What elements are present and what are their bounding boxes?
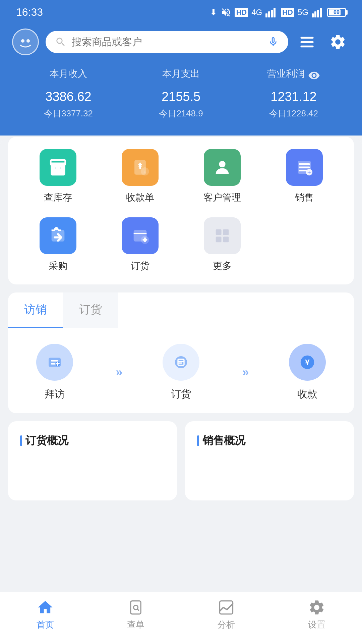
action-inventory[interactable]: 查库存 [20, 149, 96, 204]
settings-header-button[interactable] [326, 30, 350, 54]
chat-icon [17, 34, 34, 50]
home-icon [37, 599, 54, 616]
svg-rect-26 [223, 229, 229, 235]
svg-rect-37 [220, 601, 233, 614]
svg-rect-4 [312, 13, 314, 17]
fangxiao-tabs: 访销 订货 [8, 292, 354, 328]
svg-rect-6 [317, 10, 319, 17]
sales-icon: + [295, 158, 314, 177]
stats-section: 本月收入 3386.62 今日3377.32 本月支出 2155.5 今日214… [0, 67, 362, 136]
svg-rect-35 [131, 601, 141, 614]
sales-overview-content [197, 448, 342, 488]
search-bar[interactable] [46, 31, 288, 53]
main-content: 查库存 ¥ + 收款单 [0, 137, 362, 554]
svg-rect-3 [274, 8, 276, 17]
hd2-icon: HD [281, 8, 294, 17]
4g-icon: 4G [251, 8, 262, 17]
svg-rect-27 [216, 236, 221, 242]
customer-icon [213, 158, 232, 177]
payment-icon-circle: ¥ [289, 344, 326, 381]
order-overview-content [20, 448, 165, 488]
time-display: 16:33 [16, 6, 43, 18]
header-actions [295, 30, 350, 54]
order-icon-bg [122, 217, 159, 254]
quick-actions-grid: 查库存 ¥ + 收款单 [20, 149, 342, 272]
flow-visit[interactable]: 拜访 [36, 344, 73, 401]
order-overview-title: 订货概况 [20, 433, 165, 448]
svg-rect-1 [268, 11, 270, 17]
tab-fangxiao[interactable]: 访销 [8, 292, 63, 328]
action-sales[interactable]: + 销售 [266, 149, 342, 204]
action-receipt[interactable]: ¥ + 收款单 [102, 149, 178, 204]
status-icons: ⬇ HD 4G HD 5G 69 [210, 7, 346, 18]
settings-icon [308, 599, 325, 616]
profit-stat: 营业利润 1231.12 今日1228.42 [237, 67, 350, 119]
flow-order-icon [172, 353, 190, 371]
signal2-icon [312, 7, 324, 17]
svg-point-9 [26, 39, 30, 43]
search-doc-icon [127, 599, 144, 616]
arrow-2: » [242, 365, 246, 379]
fangxiao-card: 访销 订货 拜访 » [8, 292, 354, 413]
svg-text:+: + [307, 169, 311, 176]
nav-analysis[interactable]: 分析 [199, 599, 253, 631]
svg-rect-7 [320, 8, 322, 17]
action-purchase[interactable]: 采购 [20, 217, 96, 272]
svg-point-31 [175, 356, 187, 368]
svg-rect-0 [265, 13, 267, 17]
svg-point-18 [219, 161, 225, 167]
svg-point-8 [21, 39, 24, 43]
overview-section-row: 订货概况 销售概况 [8, 421, 354, 500]
nav-search-doc[interactable]: 查单 [109, 599, 163, 631]
monthly-expense-stat: 本月支出 2155.5 今日2148.9 [125, 67, 237, 119]
flow-payment[interactable]: ¥ 收款 [289, 344, 326, 401]
visit-icon-circle [36, 344, 73, 381]
visit-icon [46, 353, 64, 371]
svg-rect-25 [216, 229, 221, 235]
flow-order[interactable]: 订货 [163, 344, 199, 401]
order-icon-circle [163, 344, 199, 381]
receipt-icon: ¥ + [130, 158, 150, 177]
tab-order[interactable]: 订货 [63, 292, 118, 328]
svg-rect-5 [314, 11, 316, 17]
search-icon [55, 36, 66, 48]
purchase-icon-bg [40, 217, 76, 254]
sales-icon-bg: + [286, 149, 323, 186]
sales-overview-card: 销售概况 [185, 421, 354, 500]
action-customer[interactable]: 客户管理 [184, 149, 260, 204]
search-input[interactable] [72, 36, 262, 48]
action-order[interactable]: 订货 [102, 217, 178, 272]
monthly-income-stat: 本月收入 3386.62 今日3377.32 [12, 67, 125, 119]
status-bar: 16:33 ⬇ HD 4G HD 5G 69 [0, 0, 362, 22]
svg-rect-11 [301, 41, 314, 43]
bottom-nav: 首页 查单 分析 设置 [0, 592, 362, 644]
header [0, 22, 362, 67]
svg-rect-28 [223, 236, 229, 242]
customer-icon-bg [204, 149, 241, 186]
hd-icon: HD [235, 8, 248, 17]
5g-icon: 5G [298, 8, 308, 17]
inventory-icon [48, 158, 68, 177]
more-icon [213, 226, 232, 246]
avatar-button[interactable] [12, 29, 39, 55]
mic-icon[interactable] [267, 36, 279, 48]
order-overview-card: 订货概况 [8, 421, 177, 500]
signal-icon [265, 7, 278, 17]
menu-icon [298, 33, 316, 51]
action-more[interactable]: 更多 [184, 217, 260, 272]
nav-home[interactable]: 首页 [18, 599, 72, 631]
menu-button[interactable] [295, 30, 319, 54]
svg-text:¥: ¥ [305, 358, 310, 367]
receipt-icon-bg: ¥ + [122, 149, 159, 186]
svg-rect-10 [301, 37, 314, 39]
payment-icon: ¥ [298, 353, 316, 371]
more-icon-bg [204, 217, 241, 254]
svg-text:+: + [143, 169, 146, 175]
battery-icon: 69 [327, 8, 346, 17]
svg-rect-12 [301, 46, 314, 47]
eye-icon[interactable] [308, 69, 320, 82]
fangxiao-flow: 拜访 » 订货 » ¥ [8, 328, 354, 413]
arrow-1: » [116, 365, 120, 379]
nav-settings[interactable]: 设置 [290, 599, 344, 631]
mute-icon [221, 7, 231, 18]
